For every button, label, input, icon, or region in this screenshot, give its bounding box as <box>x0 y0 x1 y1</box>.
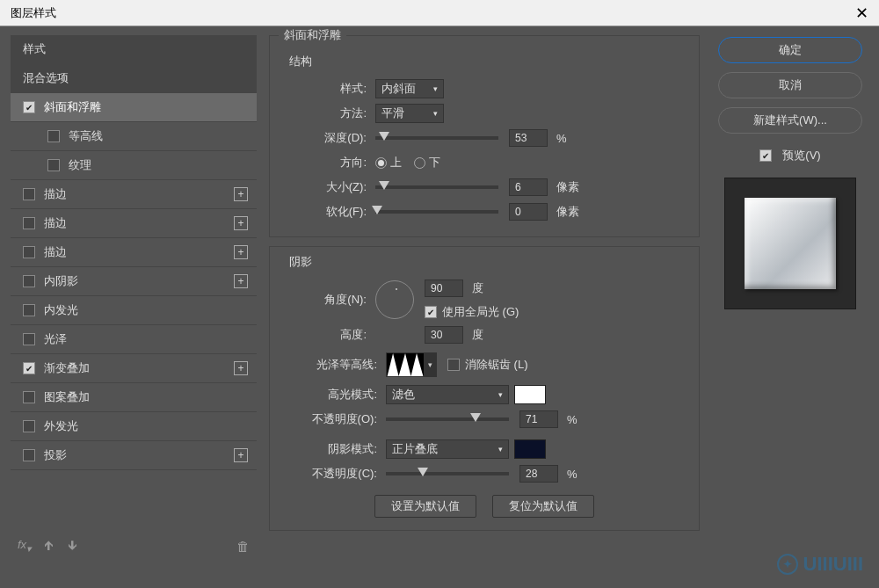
preview-label: 预览(V) <box>782 148 820 163</box>
direction-label: 方向: <box>282 155 375 171</box>
sidebar-header-label: 样式 <box>23 41 46 57</box>
gloss-contour-picker[interactable] <box>386 352 425 377</box>
altitude-label: 高度: <box>282 327 375 343</box>
checkbox-icon[interactable] <box>23 101 35 113</box>
chevron-down-icon: ▾ <box>498 390 503 399</box>
depth-input[interactable]: 53 <box>509 129 548 147</box>
sidebar-item-label: 渐变叠加 <box>44 360 90 376</box>
slider-thumb-icon[interactable] <box>418 468 428 476</box>
panel-title: 斜面和浮雕 <box>279 27 346 43</box>
checkbox-icon[interactable] <box>47 130 60 142</box>
soften-input[interactable]: 0 <box>509 203 548 221</box>
checkbox-icon[interactable] <box>23 275 35 287</box>
highlight-opacity-input[interactable]: 71 <box>519 410 558 428</box>
unit-label: 像素 <box>556 179 579 195</box>
shadow-color-swatch[interactable] <box>514 439 546 459</box>
sidebar-item-label: 等高线 <box>69 128 103 144</box>
sidebar-item-inner-shadow[interactable]: 内阴影+ <box>11 267 257 296</box>
shadow-opacity-input[interactable]: 28 <box>519 465 558 483</box>
style-select[interactable]: 内斜面▾ <box>375 79 444 98</box>
slider-thumb-icon[interactable] <box>372 206 382 214</box>
highlight-opacity-slider[interactable] <box>386 417 509 421</box>
plus-icon[interactable]: + <box>234 187 248 201</box>
slider-thumb-icon[interactable] <box>379 181 389 190</box>
checkbox-icon[interactable] <box>23 217 35 229</box>
angle-dial[interactable] <box>375 280 414 319</box>
sidebar-item-drop-shadow[interactable]: 投影+ <box>11 441 257 470</box>
make-default-button[interactable]: 设置为默认值 <box>374 495 476 518</box>
ok-button[interactable]: 确定 <box>718 37 862 63</box>
fx-menu-icon[interactable]: fx▾ <box>18 538 31 555</box>
sidebar-item-inner-glow[interactable]: 内发光 <box>11 296 257 325</box>
sidebar-item-stroke-3[interactable]: 描边+ <box>11 238 257 267</box>
preview-thumbnail <box>724 178 856 309</box>
checkbox-icon[interactable] <box>23 362 35 374</box>
preview-checkbox[interactable] <box>759 149 772 162</box>
sidebar-item-label: 纹理 <box>69 157 91 173</box>
antialias-checkbox[interactable] <box>447 359 460 371</box>
move-down-icon[interactable]: 🡫 <box>67 540 78 553</box>
checkbox-icon[interactable] <box>23 449 35 461</box>
reset-default-button[interactable]: 复位为默认值 <box>492 495 594 518</box>
plus-icon[interactable]: + <box>234 361 248 375</box>
sidebar-item-outer-glow[interactable]: 外发光 <box>11 412 257 441</box>
depth-slider[interactable] <box>375 136 498 140</box>
technique-select[interactable]: 平滑▾ <box>375 104 444 123</box>
checkbox-icon[interactable] <box>23 304 35 316</box>
size-slider[interactable] <box>375 185 498 189</box>
move-up-icon[interactable]: 🡩 <box>43 540 54 553</box>
watermark: ✦ UIIIUIII <box>777 553 863 576</box>
sidebar-item-gradient-overlay[interactable]: 渐变叠加+ <box>11 354 257 383</box>
sidebar-item-texture[interactable]: 纹理 <box>11 151 257 180</box>
sidebar-item-label: 内发光 <box>44 302 78 318</box>
checkbox-icon[interactable] <box>23 246 35 258</box>
cancel-button[interactable]: 取消 <box>718 72 862 98</box>
angle-input[interactable]: 90 <box>425 279 463 297</box>
global-light-checkbox[interactable] <box>425 306 437 318</box>
slider-thumb-icon[interactable] <box>470 413 481 422</box>
size-label: 大小(Z): <box>282 179 375 195</box>
sidebar-item-contour[interactable]: 等高线 <box>11 122 257 151</box>
altitude-input[interactable]: 30 <box>425 326 463 344</box>
bevel-emboss-settings: 斜面和浮雕 结构 样式: 内斜面▾ 方法: 平滑▾ 深度(D): 53 % <box>269 35 700 558</box>
plus-icon[interactable]: + <box>234 245 248 259</box>
sidebar-item-stroke-2[interactable]: 描边+ <box>11 209 257 238</box>
checkbox-icon[interactable] <box>23 333 35 345</box>
plus-icon[interactable]: + <box>234 448 248 462</box>
unit-label: % <box>567 413 578 426</box>
sidebar-item-stroke-1[interactable]: 描边+ <box>11 180 257 209</box>
shading-title: 阴影 <box>289 254 686 270</box>
highlight-mode-select[interactable]: 滤色▾ <box>386 385 509 404</box>
checkbox-icon[interactable] <box>47 159 60 171</box>
sidebar-item-bevel-emboss[interactable]: 斜面和浮雕 <box>11 93 257 122</box>
checkbox-label: 使用全局光 (G) <box>442 304 519 320</box>
new-style-button[interactable]: 新建样式(W)... <box>718 107 862 134</box>
sidebar-blending-options[interactable]: 混合选项 <box>11 64 257 93</box>
sidebar-item-pattern-overlay[interactable]: 图案叠加 <box>11 383 257 412</box>
close-icon[interactable]: ✕ <box>855 4 868 23</box>
sidebar-item-satin[interactable]: 光泽 <box>11 325 257 354</box>
size-input[interactable]: 6 <box>509 178 548 196</box>
plus-icon[interactable]: + <box>234 216 248 230</box>
sidebar-item-label: 图案叠加 <box>44 389 90 405</box>
sidebar-item-label: 斜面和浮雕 <box>44 99 101 115</box>
shadow-mode-select[interactable]: 正片叠底▾ <box>386 439 509 459</box>
checkbox-icon[interactable] <box>23 391 35 403</box>
checkbox-icon[interactable] <box>23 420 35 432</box>
plus-icon[interactable]: + <box>234 274 248 288</box>
unit-label: % <box>556 132 567 145</box>
highlight-mode-label: 高光模式: <box>282 387 386 403</box>
soften-slider[interactable] <box>375 210 498 214</box>
direction-up-radio[interactable] <box>375 157 387 169</box>
shadow-opacity-slider[interactable] <box>386 472 509 475</box>
sidebar-item-label: 光泽 <box>44 331 67 347</box>
sidebar-header-styles[interactable]: 样式 <box>11 35 257 64</box>
trash-icon[interactable]: 🗑 <box>236 539 250 554</box>
highlight-color-swatch[interactable] <box>514 385 546 404</box>
chevron-down-icon[interactable]: ▾ <box>425 352 437 377</box>
checkbox-icon[interactable] <box>23 188 35 200</box>
direction-down-radio[interactable] <box>414 157 425 169</box>
dialog-title: 图层样式 <box>11 5 855 21</box>
slider-thumb-icon[interactable] <box>379 132 389 141</box>
highlight-opacity-label: 不透明度(O): <box>282 411 386 427</box>
